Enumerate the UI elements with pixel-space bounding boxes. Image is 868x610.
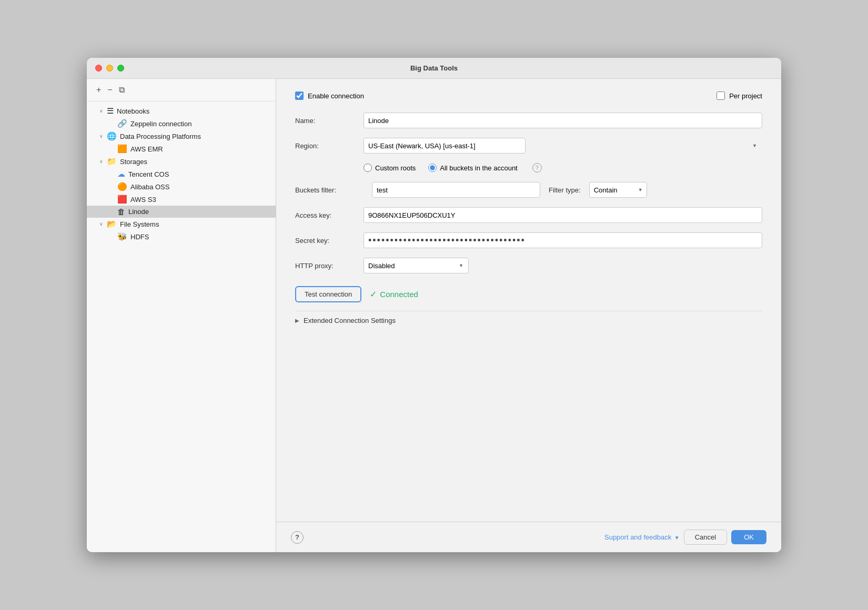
bottom-left: ? xyxy=(291,531,304,544)
bottom-bar: ? Support and feedback ▼ Cancel OK xyxy=(276,522,781,552)
form-area: Enable connection Per project Name: Regi… xyxy=(276,79,781,522)
secret-key-row: Secret key: xyxy=(295,232,762,248)
cancel-button[interactable]: Cancel xyxy=(684,530,727,545)
extended-settings-label: Extended Connection Settings xyxy=(304,317,396,324)
secret-key-label: Secret key: xyxy=(295,237,364,245)
data-processing-icon: 🌐 xyxy=(107,131,117,141)
sidebar-toolbar: + − ⧉ xyxy=(87,79,276,101)
close-button[interactable] xyxy=(95,65,102,72)
copy-button[interactable]: ⧉ xyxy=(117,84,127,96)
sidebar-item-hdfs-label: HDFS xyxy=(130,233,149,241)
chevron-storages-icon: ∨ xyxy=(99,159,107,164)
http-proxy-label: HTTP proxy: xyxy=(295,262,364,270)
maximize-button[interactable] xyxy=(117,65,124,72)
aws-emr-icon: 🟧 xyxy=(117,144,127,154)
sidebar-item-storages[interactable]: ∨ 📁 Storages xyxy=(87,155,276,168)
per-project-checkbox[interactable] xyxy=(716,92,725,100)
access-key-input[interactable] xyxy=(364,207,762,223)
sidebar-item-aws-s3-label: AWS S3 xyxy=(130,196,156,204)
region-select[interactable]: US-East (Newark, USA) [us-east-1] US-Wes… xyxy=(364,138,526,154)
name-label: Name: xyxy=(295,117,364,125)
access-key-row: Access key: xyxy=(295,207,762,223)
right-panel: Enable connection Per project Name: Regi… xyxy=(276,79,781,552)
all-buckets-option[interactable]: All buckets in the account xyxy=(428,164,517,172)
sidebar-tree: ∨ ☰ Notebooks 🔗 Zeppelin connection ∨ 🌐 … xyxy=(87,101,276,552)
custom-roots-label: Custom roots xyxy=(375,164,416,172)
sidebar-item-aws-s3[interactable]: 🟥 AWS S3 xyxy=(87,193,276,206)
bucket-source-row: Custom roots All buckets in the account … xyxy=(295,163,762,172)
enable-connection-row: Enable connection xyxy=(295,92,364,100)
sidebar-item-file-systems[interactable]: ∨ 📂 File Systems xyxy=(87,218,276,230)
enable-connection-label[interactable]: Enable connection xyxy=(308,92,364,100)
all-buckets-label: All buckets in the account xyxy=(440,164,517,172)
secret-key-input[interactable] xyxy=(364,232,762,248)
bottom-right: Support and feedback ▼ Cancel OK xyxy=(604,530,766,545)
sidebar-item-linode-label: Linode xyxy=(128,208,149,216)
tencent-cos-icon: ☁ xyxy=(117,169,125,179)
chevron-notebooks-icon: ∨ xyxy=(99,108,107,114)
custom-roots-radio[interactable] xyxy=(364,164,372,172)
per-project-row: Per project xyxy=(716,92,762,100)
filter-type-label: Filter type: xyxy=(549,186,581,194)
region-select-wrapper: US-East (Newark, USA) [us-east-1] US-Wes… xyxy=(364,138,762,154)
chevron-data-processing-icon: ∨ xyxy=(99,134,107,139)
http-proxy-select[interactable]: Disabled Use system proxy Manual xyxy=(364,258,469,273)
sidebar-item-linode[interactable]: 🗑 Linode xyxy=(87,206,276,218)
bucket-help-icon[interactable]: ? xyxy=(532,163,542,172)
sidebar-item-zeppelin[interactable]: 🔗 Zeppelin connection xyxy=(87,117,276,130)
remove-button[interactable]: − xyxy=(105,84,114,96)
sidebar-item-aws-emr[interactable]: 🟧 AWS EMR xyxy=(87,143,276,155)
http-proxy-select-wrapper: Disabled Use system proxy Manual xyxy=(364,258,469,273)
connected-status: ✓ Connected xyxy=(370,289,418,299)
sidebar-item-alibaba-oss-label: Alibaba OSS xyxy=(130,183,169,191)
alibaba-oss-icon: 🟠 xyxy=(117,182,127,191)
linode-icon: 🗑 xyxy=(117,207,125,216)
sidebar-item-notebooks-label: Notebooks xyxy=(117,107,149,115)
sidebar-item-hdfs[interactable]: 🐝 HDFS xyxy=(87,230,276,243)
ok-button[interactable]: OK xyxy=(731,530,766,544)
support-feedback-link[interactable]: Support and feedback ▼ xyxy=(604,533,680,541)
filter-type-select[interactable]: Contain Exact Prefix Suffix xyxy=(589,182,647,198)
buckets-filter-label: Buckets filter: xyxy=(295,186,364,194)
sidebar-item-data-processing[interactable]: ∨ 🌐 Data Processing Platforms xyxy=(87,130,276,143)
test-connection-button[interactable]: Test connection xyxy=(295,286,361,302)
sidebar-item-file-systems-label: File Systems xyxy=(120,220,159,228)
add-button[interactable]: + xyxy=(94,84,103,96)
http-proxy-row: HTTP proxy: Disabled Use system proxy Ma… xyxy=(295,258,762,273)
check-icon: ✓ xyxy=(370,289,377,299)
titlebar: Big Data Tools xyxy=(87,58,781,79)
aws-s3-icon: 🟥 xyxy=(117,195,127,204)
chevron-file-systems-icon: ∨ xyxy=(99,221,107,227)
region-row: Region: US-East (Newark, USA) [us-east-1… xyxy=(295,138,762,154)
top-row: Enable connection Per project xyxy=(295,92,762,100)
filter-type-select-wrapper: Contain Exact Prefix Suffix xyxy=(589,182,647,198)
sidebar-item-alibaba-oss[interactable]: 🟠 Alibaba OSS xyxy=(87,180,276,193)
all-buckets-radio[interactable] xyxy=(428,164,437,172)
zeppelin-icon: 🔗 xyxy=(117,119,127,128)
test-connection-row: Test connection ✓ Connected xyxy=(295,286,762,302)
help-button[interactable]: ? xyxy=(291,531,304,544)
hdfs-icon: 🐝 xyxy=(117,232,127,241)
sidebar: + − ⧉ ∨ ☰ Notebooks 🔗 Zeppelin connectio… xyxy=(87,79,276,552)
minimize-button[interactable] xyxy=(106,65,113,72)
storages-icon: 📁 xyxy=(107,157,117,166)
file-systems-icon: 📂 xyxy=(107,219,117,229)
extended-settings-row[interactable]: ▶ Extended Connection Settings xyxy=(295,311,762,330)
sidebar-item-notebooks[interactable]: ∨ ☰ Notebooks xyxy=(87,105,276,117)
notebooks-icon: ☰ xyxy=(107,106,114,116)
enable-connection-checkbox[interactable] xyxy=(295,92,304,100)
main-body: + − ⧉ ∨ ☰ Notebooks 🔗 Zeppelin connectio… xyxy=(87,79,781,552)
sidebar-item-tencent-cos-label: Tencent COS xyxy=(128,170,169,178)
window-controls xyxy=(95,65,124,72)
access-key-label: Access key: xyxy=(295,211,364,219)
custom-roots-option[interactable]: Custom roots xyxy=(364,164,416,172)
main-window: Big Data Tools + − ⧉ ∨ ☰ Notebooks 🔗 Ze xyxy=(87,58,781,552)
name-input[interactable] xyxy=(364,113,762,128)
chevron-extended-icon: ▶ xyxy=(295,318,299,323)
window-title: Big Data Tools xyxy=(410,64,458,72)
sidebar-item-zeppelin-label: Zeppelin connection xyxy=(130,120,191,128)
sidebar-item-tencent-cos[interactable]: ☁ Tencent COS xyxy=(87,168,276,180)
buckets-filter-input[interactable] xyxy=(372,182,540,198)
sidebar-item-data-processing-label: Data Processing Platforms xyxy=(120,133,201,140)
per-project-label[interactable]: Per project xyxy=(729,92,762,100)
